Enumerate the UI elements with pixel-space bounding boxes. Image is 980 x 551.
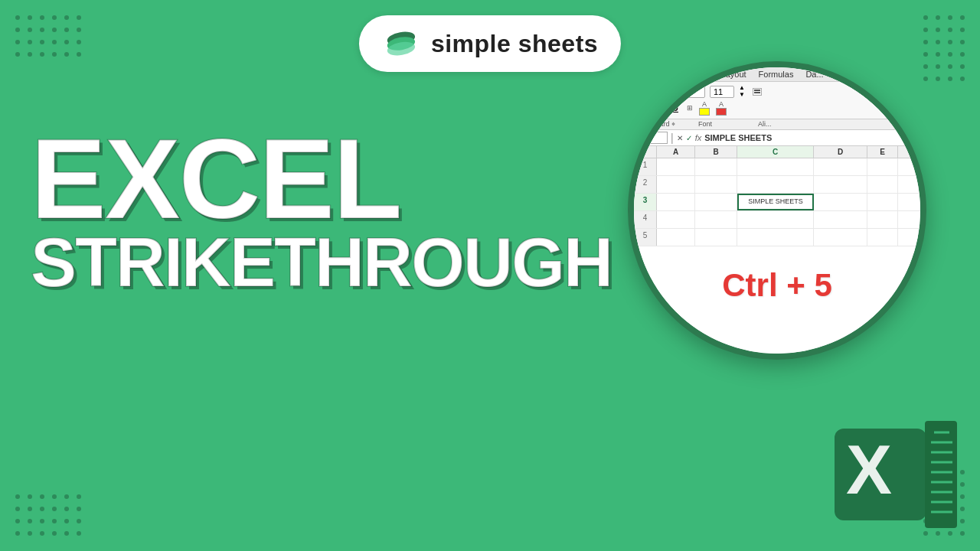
grid-row-1: 1 <box>634 158 920 176</box>
row-num-header <box>634 146 657 158</box>
formula-bar: C3 | ✕ ✓ fx SIMPLE SHEETS <box>634 130 920 146</box>
excel-logo-svg: X <box>835 421 957 528</box>
background: simple sheets EXCEL STRIKETHROUGH me Ins… <box>0 0 980 551</box>
font-label: Font <box>698 120 712 129</box>
cell-b3[interactable] <box>695 194 737 210</box>
logo-pill: simple sheets <box>359 15 621 72</box>
font-size-up[interactable]: ▲ <box>739 85 745 91</box>
cell-e3[interactable] <box>867 194 898 210</box>
alignment-label: Ali... <box>758 120 772 129</box>
cell-e1[interactable] <box>867 158 898 175</box>
shortcut-label: Ctrl + 5 <box>722 267 832 304</box>
logo-text: simple sheets <box>431 30 598 58</box>
dots-top-right <box>923 15 965 81</box>
fx-label: fx <box>695 133 702 142</box>
font-color-swatch[interactable] <box>716 108 727 116</box>
fill-color-group: A <box>699 100 710 116</box>
cell-a5[interactable] <box>657 229 695 246</box>
grid-row-2: 2 <box>634 176 920 194</box>
row-num-4: 4 <box>634 211 657 228</box>
alignment-group <box>753 88 762 96</box>
headline: EXCEL STRIKETHROUGH <box>31 122 612 297</box>
formula-content: SIMPLE SHEETS <box>704 133 772 142</box>
align-icon <box>753 88 762 96</box>
font-size-arrows: ▲ ▼ <box>739 85 745 98</box>
cell-d5[interactable] <box>814 229 867 246</box>
ribbon-format-row: B I U ⊞ A A <box>640 100 914 116</box>
font-size-down[interactable]: ▼ <box>739 92 745 98</box>
fill-icon: A <box>702 100 707 108</box>
font-size-selector[interactable]: 11 <box>710 86 734 98</box>
svg-text:X: X <box>846 432 892 508</box>
dots-bottom-left <box>15 494 81 536</box>
menu-insert: Insert <box>665 70 687 79</box>
cell-b1[interactable] <box>695 158 737 175</box>
cell-a2[interactable] <box>657 176 695 193</box>
col-header-b: B <box>695 146 737 158</box>
excel-inner: me Insert Page Layout Formulas Da... Cal… <box>634 67 920 354</box>
cell-b2[interactable] <box>695 176 737 193</box>
italic-button[interactable]: I <box>657 103 664 113</box>
excel-ribbon: Calibri 11 ▲ ▼ B <box>634 82 920 119</box>
menu-page-layout: Page Layout <box>699 70 746 79</box>
menu-data: Da... <box>805 70 823 79</box>
cell-a4[interactable] <box>657 211 695 228</box>
cell-c4[interactable] <box>737 211 814 228</box>
cell-d1[interactable] <box>814 158 867 175</box>
col-header-a: A <box>657 146 695 158</box>
cell-a1[interactable] <box>657 158 695 175</box>
row-num-1: 1 <box>634 158 657 175</box>
fill-color-swatch[interactable] <box>699 108 710 116</box>
cell-c2[interactable] <box>737 176 814 193</box>
formula-confirm[interactable]: ✓ <box>686 134 692 142</box>
cell-e5[interactable] <box>867 229 898 246</box>
excel-menu-bar: me Insert Page Layout Formulas Da... <box>634 67 920 82</box>
cell-d3[interactable] <box>814 194 867 210</box>
cell-e2[interactable] <box>867 176 898 193</box>
cell-c3[interactable]: SIMPLE SHEETS <box>737 194 814 210</box>
cell-reference-box[interactable]: C3 <box>637 132 668 144</box>
row-num-3: 3 <box>634 194 657 210</box>
underline-button[interactable]: U <box>670 103 681 113</box>
cell-e4[interactable] <box>867 211 898 228</box>
cell-c5[interactable] <box>737 229 814 246</box>
row-num-2: 2 <box>634 176 657 193</box>
borders-button[interactable]: ⊞ <box>687 104 693 112</box>
menu-formulas: Formulas <box>759 70 794 79</box>
headline-excel: EXCEL <box>31 122 612 236</box>
cell-b4[interactable] <box>695 211 737 228</box>
formula-cancel[interactable]: ✕ <box>677 134 683 142</box>
font-color-icon: A <box>719 100 724 108</box>
formula-bar-divider: | <box>671 132 674 144</box>
font-color-group: A <box>716 100 727 116</box>
clipboard-label: Clipboard ⌖ <box>640 120 675 129</box>
grid-row-5: 5 <box>634 229 920 246</box>
headline-strikethrough: STRIKETHROUGH <box>31 228 612 297</box>
menu-home: me <box>642 70 653 79</box>
cell-a3[interactable] <box>657 194 695 210</box>
cell-b5[interactable] <box>695 229 737 246</box>
col-header-c: C <box>737 146 814 158</box>
cell-d4[interactable] <box>814 211 867 228</box>
grid-row-3: 3 SIMPLE SHEETS <box>634 194 920 211</box>
cell-c1[interactable] <box>737 158 814 175</box>
bold-button[interactable]: B <box>640 103 651 113</box>
font-selector[interactable]: Calibri <box>640 86 705 98</box>
ribbon-font-row: Calibri 11 ▲ ▼ <box>640 85 914 98</box>
grid-row-4: 4 <box>634 211 920 229</box>
grid-column-headers: A B C D E <box>634 146 920 158</box>
excel-mockup-circle: me Insert Page Layout Formulas Da... Cal… <box>628 61 926 360</box>
dots-top-left <box>15 15 81 57</box>
cell-d2[interactable] <box>814 176 867 193</box>
ribbon-section-labels: Clipboard ⌖ Font Ali... <box>634 119 920 130</box>
col-header-e: E <box>867 146 898 158</box>
row-num-5: 5 <box>634 229 657 246</box>
col-header-d: D <box>814 146 867 158</box>
excel-logo: X <box>835 421 957 528</box>
logo-icon <box>382 24 420 63</box>
